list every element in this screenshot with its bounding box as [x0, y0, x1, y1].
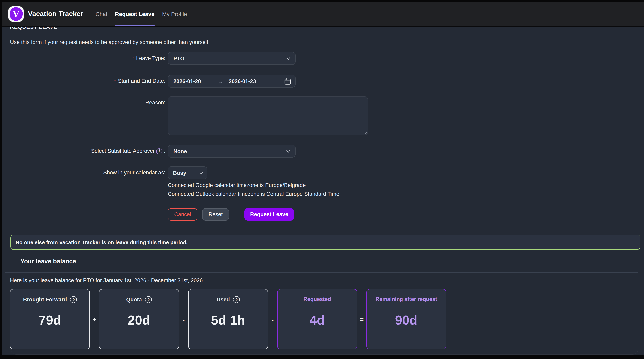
reason-textarea[interactable]	[168, 96, 368, 135]
arrow-right-icon: →	[218, 78, 223, 84]
tab-my-profile[interactable]: My Profile	[162, 2, 187, 26]
operator-equals: =	[357, 289, 366, 349]
calendar-icon	[284, 78, 291, 85]
balance-card-remaining: Remaining after request 90d	[366, 289, 446, 349]
tab-request-leave[interactable]: Request Leave	[115, 2, 154, 26]
content-card-edge	[10, 349, 638, 354]
app-logo[interactable]: V	[8, 7, 24, 22]
balance-value: 79d	[10, 312, 90, 328]
request-leave-button[interactable]: Request Leave	[244, 208, 294, 221]
form-description: Use this form if your request needs to b…	[10, 39, 210, 46]
reason-label: Reason:	[2, 96, 166, 109]
leave-balance-description: Here is your leave balance for PTO for J…	[10, 277, 204, 284]
balance-value: 20d	[100, 312, 178, 328]
start-date-value: 2026-01-20	[174, 78, 201, 84]
calendar-visibility-select[interactable]: Busy	[168, 166, 207, 179]
substitute-approver-value: None	[168, 148, 187, 154]
calendar-visibility-value: Busy	[168, 170, 186, 176]
leave-balance-heading: Your leave balance	[20, 258, 76, 265]
info-icon[interactable]: i	[156, 148, 162, 154]
leave-type-value: PTO	[168, 55, 184, 61]
logo-letter: V	[12, 9, 20, 19]
leave-type-label: * Leave Type:	[2, 52, 166, 65]
end-date-value: 2026-01-23	[228, 78, 256, 84]
label-colon: :	[164, 145, 166, 158]
date-range-label: * Start and End Date:	[2, 75, 166, 88]
chevron-down-icon	[286, 149, 291, 154]
nav-tabs: Chat Request Leave My Profile	[96, 2, 187, 26]
required-marker: *	[114, 75, 116, 88]
brand-title: Vacation Tracker	[28, 10, 83, 18]
date-range-picker[interactable]: 2026-01-20 → 2026-01-23	[168, 75, 296, 88]
balance-card-requested: Requested 4d	[277, 289, 357, 349]
operator-minus: -	[268, 289, 277, 349]
outlook-calendar-timezone-note: Connected Outlook calendar timezone is C…	[168, 191, 340, 197]
balance-value: 4d	[278, 312, 357, 328]
help-icon[interactable]: ?	[70, 296, 77, 303]
form-buttons: Cancel Reset Request Leave	[168, 208, 294, 221]
chevron-down-icon	[198, 170, 204, 175]
leave-type-select[interactable]: PTO	[168, 52, 296, 65]
required-marker: *	[132, 52, 134, 65]
help-icon[interactable]: ?	[233, 296, 240, 303]
balance-value: 90d	[367, 312, 446, 328]
chevron-down-icon	[286, 56, 291, 61]
substitute-approver-select[interactable]: None	[168, 145, 296, 158]
help-icon[interactable]: ?	[145, 296, 152, 303]
google-calendar-timezone-note: Connected Google calendar timezone is Eu…	[168, 182, 306, 189]
calendar-visibility-label: Show in your calendar as:	[2, 166, 166, 179]
substitute-approver-label: Select Substitute Approver i :	[2, 145, 166, 158]
balance-card-used: Used ? 5d 1h	[188, 289, 268, 349]
tab-chat[interactable]: Chat	[96, 2, 108, 26]
operator-plus: +	[90, 289, 99, 349]
page-title: REQUEST LEAVE	[10, 27, 57, 30]
main-content: REQUEST LEAVE Use this form if your requ…	[2, 27, 644, 355]
app-window: V Vacation Tracker Chat Request Leave My…	[2, 2, 644, 355]
section-divider	[5, 272, 638, 273]
operator-minus: -	[179, 289, 188, 349]
app-logo-icon: V	[9, 7, 23, 22]
top-navbar: V Vacation Tracker Chat Request Leave My…	[2, 2, 644, 26]
cancel-button[interactable]: Cancel	[168, 208, 197, 221]
balance-card-brought-forward: Brought Forward ? 79d	[10, 289, 90, 349]
balance-card-quota: Quota ? 20d	[99, 289, 179, 349]
leave-overlap-notice: No one else from Vacation Tracker is on …	[10, 235, 640, 250]
balance-value: 5d 1h	[188, 312, 268, 328]
leave-balance-cards: Brought Forward ? 79d + Quota ? 20d -	[10, 289, 446, 349]
reset-button[interactable]: Reset	[202, 208, 229, 221]
